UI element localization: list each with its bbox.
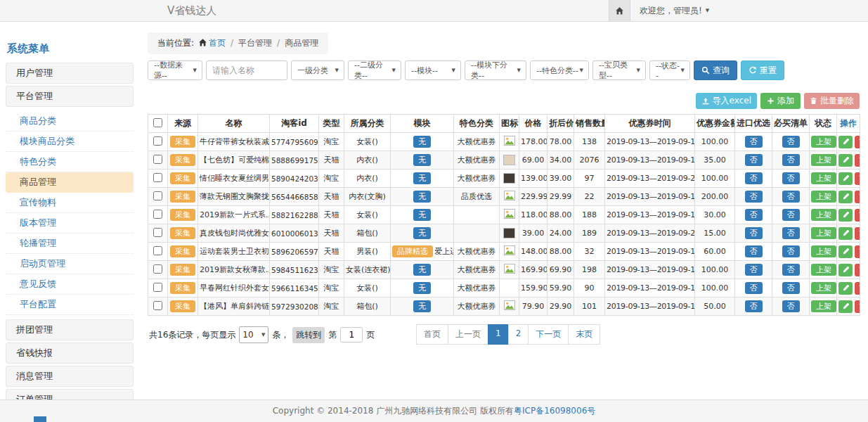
- page-button[interactable]: 首页: [416, 324, 448, 345]
- status-toggle[interactable]: 上架: [811, 136, 836, 148]
- filter-select[interactable]: --二级分类--▼: [348, 60, 401, 80]
- import-select-toggle[interactable]: 否: [745, 282, 763, 294]
- row-checkbox[interactable]: [153, 210, 162, 219]
- row-checkbox[interactable]: [153, 191, 162, 200]
- sidebar-subitem[interactable]: 商品分类: [6, 111, 134, 132]
- reset-button[interactable]: 重置: [741, 60, 784, 80]
- must-buy-toggle[interactable]: 否: [782, 264, 800, 276]
- edit-button[interactable]: [838, 264, 853, 276]
- status-toggle[interactable]: 上架: [811, 300, 836, 312]
- status-toggle[interactable]: 上架: [811, 227, 836, 239]
- delete-button[interactable]: [855, 191, 860, 203]
- must-buy-toggle[interactable]: 否: [782, 209, 800, 221]
- status-toggle[interactable]: 上架: [811, 172, 836, 184]
- filter-select[interactable]: --状态--▼: [649, 60, 690, 80]
- delete-button[interactable]: [855, 227, 860, 240]
- jump-page-input[interactable]: [340, 327, 363, 343]
- status-toggle[interactable]: 上架: [811, 209, 836, 221]
- sidebar-subitem[interactable]: 模块商品分类: [6, 132, 134, 152]
- select-all-checkbox[interactable]: [153, 118, 162, 127]
- filter-select[interactable]: 一级分类▼: [291, 60, 344, 80]
- status-toggle[interactable]: 上架: [811, 191, 836, 203]
- sidebar-subitem[interactable]: 商品管理: [6, 172, 134, 193]
- delete-button[interactable]: [855, 264, 860, 276]
- add-button[interactable]: 添加: [760, 93, 801, 109]
- import-excel-button[interactable]: 导入excel: [696, 93, 757, 109]
- edit-button[interactable]: [838, 282, 853, 295]
- edit-button[interactable]: [838, 300, 853, 313]
- icp-link[interactable]: 粤ICP备16098006号: [514, 405, 595, 417]
- row-checkbox[interactable]: [153, 228, 162, 237]
- import-select-toggle[interactable]: 否: [745, 227, 763, 239]
- name-search-input[interactable]: [206, 60, 287, 80]
- sidebar-subitem[interactable]: 意见反馈: [6, 274, 134, 295]
- row-checkbox[interactable]: [153, 301, 162, 310]
- must-buy-toggle[interactable]: 否: [782, 282, 800, 294]
- import-select-toggle[interactable]: 否: [745, 264, 763, 276]
- status-toggle[interactable]: 上架: [811, 282, 836, 294]
- edit-button[interactable]: [838, 227, 853, 240]
- jump-button[interactable]: 跳转到: [292, 327, 325, 343]
- edit-button[interactable]: [838, 209, 853, 222]
- filter-select[interactable]: --模块下分类--▼: [465, 60, 526, 80]
- import-select-toggle[interactable]: 否: [745, 245, 763, 257]
- filter-select[interactable]: --模块--▼: [405, 60, 461, 80]
- row-checkbox[interactable]: [153, 264, 162, 274]
- delete-button[interactable]: [855, 154, 860, 167]
- filter-select[interactable]: --宝贝类型--▼: [592, 60, 646, 80]
- per-page-select[interactable]: 10▼: [239, 326, 268, 343]
- query-button[interactable]: 查询: [694, 60, 737, 80]
- sidebar-subitem[interactable]: 宣传物料: [6, 193, 134, 213]
- home-button[interactable]: [609, 0, 630, 21]
- edit-button[interactable]: [838, 245, 853, 258]
- page-button[interactable]: 下一页: [528, 324, 569, 345]
- must-buy-toggle[interactable]: 否: [782, 136, 800, 148]
- breadcrumb-home-link[interactable]: 首页: [209, 38, 226, 48]
- sidebar-section[interactable]: 平台管理: [6, 86, 134, 107]
- user-menu[interactable]: 欢迎您，管理员! ▼: [640, 5, 709, 17]
- must-buy-toggle[interactable]: 否: [782, 172, 800, 184]
- page-button[interactable]: 末页: [568, 324, 600, 345]
- batch-delete-button[interactable]: 批量删除: [804, 93, 860, 109]
- must-buy-toggle[interactable]: 否: [782, 154, 800, 166]
- edit-button[interactable]: [838, 154, 853, 167]
- row-checkbox[interactable]: [153, 283, 162, 292]
- must-buy-toggle[interactable]: 否: [782, 191, 800, 203]
- delete-button[interactable]: [855, 282, 860, 295]
- status-toggle[interactable]: 上架: [811, 245, 836, 257]
- must-buy-toggle[interactable]: 否: [782, 227, 800, 239]
- delete-button[interactable]: [855, 172, 860, 185]
- delete-button[interactable]: [855, 136, 860, 148]
- sidebar-subitem[interactable]: 平台配置: [6, 295, 134, 315]
- import-select-toggle[interactable]: 否: [745, 154, 763, 166]
- delete-button[interactable]: [855, 300, 860, 313]
- import-select-toggle[interactable]: 否: [745, 136, 763, 148]
- sidebar-subitem[interactable]: 特色分类: [6, 152, 134, 172]
- import-select-toggle[interactable]: 否: [745, 191, 763, 203]
- row-checkbox[interactable]: [153, 155, 162, 164]
- sidebar-section[interactable]: 用户管理: [6, 63, 134, 84]
- import-select-toggle[interactable]: 否: [745, 300, 763, 312]
- edit-button[interactable]: [838, 172, 853, 185]
- must-buy-toggle[interactable]: 否: [782, 245, 800, 257]
- page-button[interactable]: 1: [488, 324, 509, 345]
- sidebar-subitem[interactable]: 启动页管理: [6, 254, 134, 274]
- import-select-toggle[interactable]: 否: [745, 209, 763, 221]
- edit-button[interactable]: [838, 191, 853, 203]
- page-button[interactable]: 2: [508, 324, 529, 345]
- must-buy-toggle[interactable]: 否: [782, 300, 800, 312]
- row-checkbox[interactable]: [153, 173, 162, 182]
- sidebar-subitem[interactable]: 轮播管理: [6, 234, 134, 254]
- edit-button[interactable]: [838, 136, 853, 148]
- filter-select[interactable]: --特色分类--▼: [530, 60, 589, 80]
- delete-button[interactable]: [855, 245, 860, 258]
- sidebar-section[interactable]: 省钱快报: [6, 343, 134, 364]
- sidebar-section[interactable]: 消息管理: [6, 366, 134, 387]
- sidebar-subitem[interactable]: 版本管理: [6, 213, 134, 234]
- row-checkbox[interactable]: [153, 136, 162, 146]
- delete-button[interactable]: [855, 209, 860, 222]
- status-toggle[interactable]: 上架: [811, 264, 836, 276]
- import-select-toggle[interactable]: 否: [745, 172, 763, 184]
- page-button[interactable]: 上一页: [448, 324, 488, 345]
- status-toggle[interactable]: 上架: [811, 154, 836, 166]
